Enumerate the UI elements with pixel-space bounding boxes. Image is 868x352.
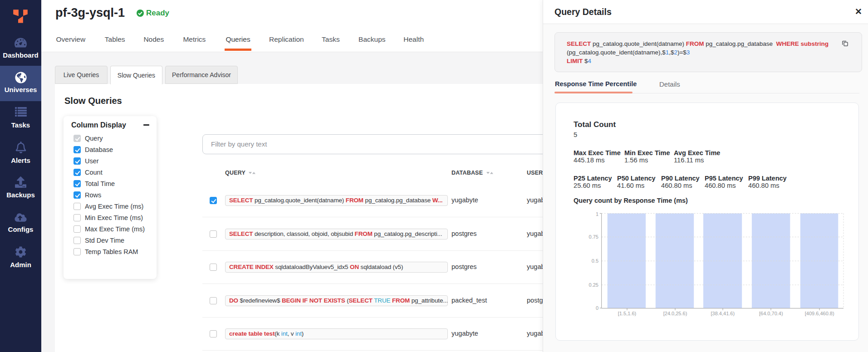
svg-text:[409.6,460.8): [409.6,460.8) <box>805 311 834 316</box>
svg-text:[1.5,1.6): [1.5,1.6) <box>618 311 636 316</box>
svg-text:0: 0 <box>596 305 598 311</box>
svg-text:[24.0,25.6): [24.0,25.6) <box>663 311 687 316</box>
svg-text:0.75: 0.75 <box>589 234 598 240</box>
svg-text:[64.0,70.4): [64.0,70.4) <box>759 311 783 316</box>
svg-text:1: 1 <box>596 211 598 217</box>
svg-text:0.25: 0.25 <box>589 282 598 288</box>
svg-text:0.5: 0.5 <box>592 258 598 264</box>
svg-text:[38.4,41.6): [38.4,41.6) <box>711 311 735 316</box>
